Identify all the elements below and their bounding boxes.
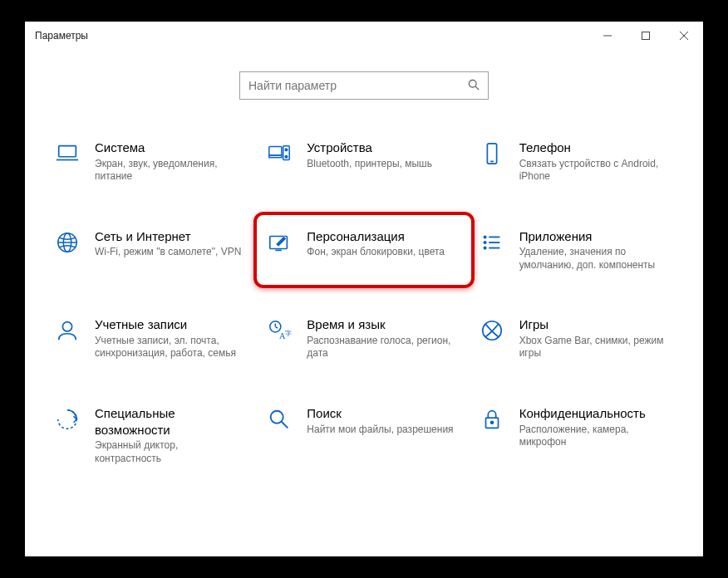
- titlebar: Параметры: [25, 22, 703, 50]
- tile-title: Система: [95, 140, 244, 156]
- window-controls: [588, 22, 703, 50]
- svg-point-12: [285, 155, 288, 158]
- tile-desc: Распознавание голоса, регион, дата: [307, 335, 456, 360]
- tile-title: Конфиденциальность: [519, 405, 669, 422]
- tile-title: Телефон: [519, 140, 669, 156]
- tile-title: Персонализация: [307, 228, 445, 245]
- svg-point-33: [271, 411, 283, 424]
- svg-line-5: [475, 86, 479, 90]
- svg-point-24: [484, 247, 485, 248]
- tile-title: Специальные возможности: [95, 405, 250, 438]
- personalization-icon: [265, 228, 293, 257]
- svg-rect-1: [642, 32, 650, 40]
- search-placeholder: Найти параметр: [248, 79, 468, 92]
- svg-point-11: [285, 149, 288, 151]
- tile-title: Игры: [519, 316, 669, 333]
- settings-grid: Система Экран, звук, уведомления, питани…: [25, 110, 703, 470]
- svg-rect-8: [269, 147, 282, 155]
- apps-list-icon: [478, 228, 506, 257]
- tile-desc: Wi-Fi, режим "в самолете", VPN: [95, 246, 241, 259]
- close-button[interactable]: [665, 22, 703, 50]
- tile-title: Учетные записи: [95, 316, 244, 333]
- tile-title: Приложения: [519, 228, 669, 245]
- tile-desc: Экран, звук, уведомления, питание: [95, 158, 244, 184]
- svg-point-26: [62, 322, 71, 331]
- ease-of-access-icon: [53, 405, 81, 434]
- tile-accessibility[interactable]: Специальные возможности Экранный диктор,…: [50, 400, 253, 470]
- tile-desc: Расположение, камера, микрофон: [519, 424, 669, 449]
- tile-title: Поиск: [307, 405, 453, 422]
- app-frame: Параметры Найти параметр: [2, 2, 726, 576]
- tile-desc: Удаление, значения по умолчанию, доп. ко…: [519, 246, 669, 272]
- globe-icon: [53, 228, 81, 257]
- tile-desc: Найти мои файлы, разрешения: [307, 424, 453, 437]
- tile-accounts[interactable]: Учетные записи Учетные записи, эл. почта…: [50, 311, 253, 365]
- tile-desc: Экранный диктор, контрастность: [95, 439, 244, 465]
- maximize-button[interactable]: [627, 22, 665, 50]
- tile-title: Время и язык: [307, 316, 456, 333]
- tile-desc: Учетные записи, эл. почта, синхронизация…: [95, 335, 244, 360]
- tile-devices[interactable]: Устройства Bluetooth, принтеры, мышь: [262, 135, 465, 189]
- time-language-icon: A 字: [265, 316, 293, 345]
- tile-time-language[interactable]: A 字 Время и язык Распознавание голоса, р…: [262, 311, 465, 365]
- minimize-button[interactable]: [588, 22, 627, 50]
- svg-line-29: [276, 327, 278, 329]
- search-input[interactable]: Найти параметр: [239, 71, 489, 100]
- svg-point-22: [484, 242, 485, 243]
- lock-icon: [478, 405, 506, 434]
- search-wrap: Найти параметр: [25, 71, 703, 100]
- tile-network[interactable]: Сеть и Интернет Wi-Fi, режим "в самолете…: [50, 223, 253, 277]
- svg-line-34: [282, 422, 288, 429]
- svg-point-36: [490, 421, 493, 424]
- svg-point-20: [484, 236, 485, 238]
- tile-phone[interactable]: Телефон Связать устройство с Android, iP…: [475, 135, 678, 189]
- tile-privacy[interactable]: Конфиденциальность Расположение, камера,…: [475, 400, 678, 470]
- tile-system[interactable]: Система Экран, звук, уведомления, питани…: [50, 135, 253, 189]
- tile-gaming[interactable]: Игры Xbox Game Bar, снимки, режим игры: [475, 311, 678, 365]
- tile-apps[interactable]: Приложения Удаление, значения по умолчан…: [475, 223, 678, 277]
- search-large-icon: [265, 405, 293, 434]
- laptop-icon: [53, 140, 81, 168]
- svg-point-4: [469, 80, 476, 87]
- svg-rect-6: [59, 146, 76, 157]
- settings-window: Параметры Найти параметр: [25, 22, 703, 556]
- person-icon: [53, 316, 81, 345]
- phone-icon: [478, 140, 506, 168]
- search-icon: [468, 79, 480, 93]
- window-title: Параметры: [35, 30, 88, 42]
- svg-rect-9: [269, 155, 282, 158]
- tile-search[interactable]: Поиск Найти мои файлы, разрешения: [262, 400, 465, 470]
- devices-icon: [265, 140, 293, 168]
- content-area: Найти параметр Систем: [25, 50, 703, 556]
- tile-desc: Фон, экран блокировки, цвета: [307, 246, 445, 259]
- xbox-icon: [478, 316, 506, 345]
- tile-desc: Bluetooth, принтеры, мышь: [307, 158, 432, 171]
- tile-title: Сеть и Интернет: [95, 228, 241, 245]
- tile-desc: Связать устройство с Android, iPhone: [519, 158, 669, 184]
- tile-title: Устройства: [307, 140, 432, 156]
- svg-text:字: 字: [285, 330, 292, 337]
- tile-desc: Xbox Game Bar, снимки, режим игры: [519, 335, 669, 360]
- tile-personalization[interactable]: Персонализация Фон, экран блокировки, цв…: [262, 223, 465, 277]
